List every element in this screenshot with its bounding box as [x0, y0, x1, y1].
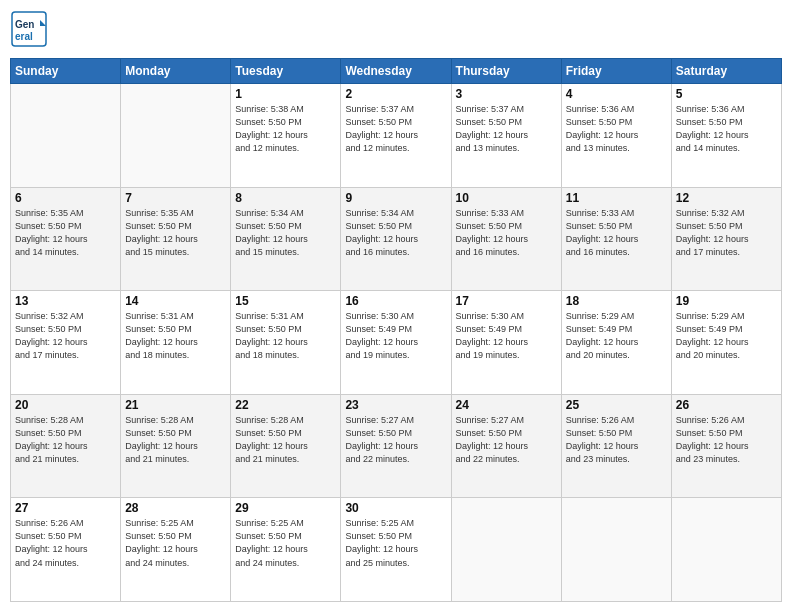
header-day-tuesday: Tuesday	[231, 59, 341, 84]
day-info: Sunrise: 5:33 AMSunset: 5:50 PMDaylight:…	[456, 207, 557, 259]
calendar-week-2: 6Sunrise: 5:35 AMSunset: 5:50 PMDaylight…	[11, 187, 782, 291]
day-number: 2	[345, 87, 446, 101]
calendar-cell: 5Sunrise: 5:36 AMSunset: 5:50 PMDaylight…	[671, 84, 781, 188]
day-number: 13	[15, 294, 116, 308]
day-number: 26	[676, 398, 777, 412]
day-info: Sunrise: 5:35 AMSunset: 5:50 PMDaylight:…	[125, 207, 226, 259]
page: Gen eral SundayMondayTuesdayWednesdayThu…	[0, 0, 792, 612]
calendar-cell: 10Sunrise: 5:33 AMSunset: 5:50 PMDayligh…	[451, 187, 561, 291]
day-number: 10	[456, 191, 557, 205]
calendar-cell: 12Sunrise: 5:32 AMSunset: 5:50 PMDayligh…	[671, 187, 781, 291]
calendar-cell: 15Sunrise: 5:31 AMSunset: 5:50 PMDayligh…	[231, 291, 341, 395]
calendar-cell	[671, 498, 781, 602]
header-day-friday: Friday	[561, 59, 671, 84]
day-info: Sunrise: 5:25 AMSunset: 5:50 PMDaylight:…	[125, 517, 226, 569]
day-number: 14	[125, 294, 226, 308]
calendar-cell: 24Sunrise: 5:27 AMSunset: 5:50 PMDayligh…	[451, 394, 561, 498]
day-number: 24	[456, 398, 557, 412]
day-number: 23	[345, 398, 446, 412]
calendar-cell: 23Sunrise: 5:27 AMSunset: 5:50 PMDayligh…	[341, 394, 451, 498]
day-number: 30	[345, 501, 446, 515]
calendar-cell: 17Sunrise: 5:30 AMSunset: 5:49 PMDayligh…	[451, 291, 561, 395]
calendar-cell: 19Sunrise: 5:29 AMSunset: 5:49 PMDayligh…	[671, 291, 781, 395]
day-info: Sunrise: 5:28 AMSunset: 5:50 PMDaylight:…	[235, 414, 336, 466]
calendar-cell: 22Sunrise: 5:28 AMSunset: 5:50 PMDayligh…	[231, 394, 341, 498]
calendar-cell: 3Sunrise: 5:37 AMSunset: 5:50 PMDaylight…	[451, 84, 561, 188]
day-number: 9	[345, 191, 446, 205]
header-day-sunday: Sunday	[11, 59, 121, 84]
day-number: 5	[676, 87, 777, 101]
day-number: 15	[235, 294, 336, 308]
day-number: 4	[566, 87, 667, 101]
calendar-cell	[121, 84, 231, 188]
calendar-cell: 6Sunrise: 5:35 AMSunset: 5:50 PMDaylight…	[11, 187, 121, 291]
svg-text:eral: eral	[15, 31, 33, 42]
calendar-cell	[11, 84, 121, 188]
day-info: Sunrise: 5:27 AMSunset: 5:50 PMDaylight:…	[456, 414, 557, 466]
logo-icon: Gen eral	[10, 10, 48, 48]
day-number: 28	[125, 501, 226, 515]
day-info: Sunrise: 5:38 AMSunset: 5:50 PMDaylight:…	[235, 103, 336, 155]
calendar-cell: 4Sunrise: 5:36 AMSunset: 5:50 PMDaylight…	[561, 84, 671, 188]
day-info: Sunrise: 5:36 AMSunset: 5:50 PMDaylight:…	[566, 103, 667, 155]
logo: Gen eral	[10, 10, 52, 52]
day-info: Sunrise: 5:30 AMSunset: 5:49 PMDaylight:…	[456, 310, 557, 362]
day-info: Sunrise: 5:37 AMSunset: 5:50 PMDaylight:…	[345, 103, 446, 155]
day-number: 19	[676, 294, 777, 308]
day-number: 25	[566, 398, 667, 412]
calendar-week-3: 13Sunrise: 5:32 AMSunset: 5:50 PMDayligh…	[11, 291, 782, 395]
day-info: Sunrise: 5:26 AMSunset: 5:50 PMDaylight:…	[15, 517, 116, 569]
day-number: 21	[125, 398, 226, 412]
header-day-wednesday: Wednesday	[341, 59, 451, 84]
calendar-cell: 21Sunrise: 5:28 AMSunset: 5:50 PMDayligh…	[121, 394, 231, 498]
svg-text:Gen: Gen	[15, 19, 34, 30]
calendar-table: SundayMondayTuesdayWednesdayThursdayFrid…	[10, 58, 782, 602]
calendar-week-4: 20Sunrise: 5:28 AMSunset: 5:50 PMDayligh…	[11, 394, 782, 498]
day-info: Sunrise: 5:32 AMSunset: 5:50 PMDaylight:…	[15, 310, 116, 362]
day-info: Sunrise: 5:31 AMSunset: 5:50 PMDaylight:…	[235, 310, 336, 362]
calendar-cell: 16Sunrise: 5:30 AMSunset: 5:49 PMDayligh…	[341, 291, 451, 395]
calendar-cell: 28Sunrise: 5:25 AMSunset: 5:50 PMDayligh…	[121, 498, 231, 602]
day-info: Sunrise: 5:30 AMSunset: 5:49 PMDaylight:…	[345, 310, 446, 362]
day-number: 29	[235, 501, 336, 515]
day-number: 6	[15, 191, 116, 205]
day-info: Sunrise: 5:29 AMSunset: 5:49 PMDaylight:…	[676, 310, 777, 362]
day-number: 17	[456, 294, 557, 308]
day-info: Sunrise: 5:28 AMSunset: 5:50 PMDaylight:…	[125, 414, 226, 466]
day-info: Sunrise: 5:33 AMSunset: 5:50 PMDaylight:…	[566, 207, 667, 259]
day-info: Sunrise: 5:29 AMSunset: 5:49 PMDaylight:…	[566, 310, 667, 362]
calendar-week-5: 27Sunrise: 5:26 AMSunset: 5:50 PMDayligh…	[11, 498, 782, 602]
header-day-monday: Monday	[121, 59, 231, 84]
calendar-cell: 7Sunrise: 5:35 AMSunset: 5:50 PMDaylight…	[121, 187, 231, 291]
calendar-cell: 26Sunrise: 5:26 AMSunset: 5:50 PMDayligh…	[671, 394, 781, 498]
calendar-cell: 30Sunrise: 5:25 AMSunset: 5:50 PMDayligh…	[341, 498, 451, 602]
day-info: Sunrise: 5:32 AMSunset: 5:50 PMDaylight:…	[676, 207, 777, 259]
day-number: 3	[456, 87, 557, 101]
calendar-cell: 9Sunrise: 5:34 AMSunset: 5:50 PMDaylight…	[341, 187, 451, 291]
day-number: 16	[345, 294, 446, 308]
header: Gen eral	[10, 10, 782, 52]
calendar-cell: 8Sunrise: 5:34 AMSunset: 5:50 PMDaylight…	[231, 187, 341, 291]
day-info: Sunrise: 5:26 AMSunset: 5:50 PMDaylight:…	[566, 414, 667, 466]
day-number: 11	[566, 191, 667, 205]
header-day-saturday: Saturday	[671, 59, 781, 84]
day-info: Sunrise: 5:31 AMSunset: 5:50 PMDaylight:…	[125, 310, 226, 362]
day-number: 1	[235, 87, 336, 101]
calendar-cell	[561, 498, 671, 602]
calendar-cell: 18Sunrise: 5:29 AMSunset: 5:49 PMDayligh…	[561, 291, 671, 395]
calendar-cell: 13Sunrise: 5:32 AMSunset: 5:50 PMDayligh…	[11, 291, 121, 395]
day-info: Sunrise: 5:26 AMSunset: 5:50 PMDaylight:…	[676, 414, 777, 466]
calendar-cell: 14Sunrise: 5:31 AMSunset: 5:50 PMDayligh…	[121, 291, 231, 395]
day-number: 22	[235, 398, 336, 412]
calendar-header-row: SundayMondayTuesdayWednesdayThursdayFrid…	[11, 59, 782, 84]
day-number: 20	[15, 398, 116, 412]
header-day-thursday: Thursday	[451, 59, 561, 84]
day-info: Sunrise: 5:34 AMSunset: 5:50 PMDaylight:…	[345, 207, 446, 259]
day-info: Sunrise: 5:28 AMSunset: 5:50 PMDaylight:…	[15, 414, 116, 466]
calendar-cell: 29Sunrise: 5:25 AMSunset: 5:50 PMDayligh…	[231, 498, 341, 602]
day-number: 12	[676, 191, 777, 205]
day-number: 7	[125, 191, 226, 205]
day-info: Sunrise: 5:34 AMSunset: 5:50 PMDaylight:…	[235, 207, 336, 259]
calendar-week-1: 1Sunrise: 5:38 AMSunset: 5:50 PMDaylight…	[11, 84, 782, 188]
calendar-cell: 11Sunrise: 5:33 AMSunset: 5:50 PMDayligh…	[561, 187, 671, 291]
